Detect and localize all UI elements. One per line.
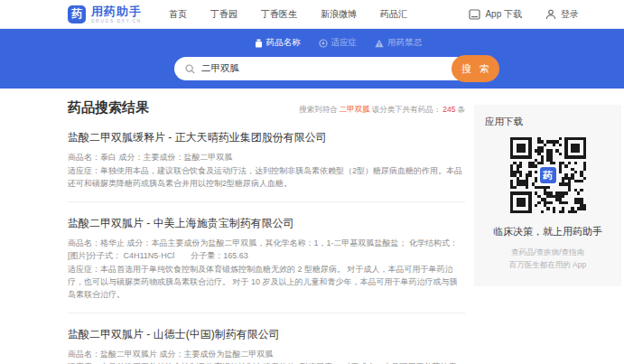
app-download-card: 应用下载 药 临床决策，就上用药助手 查药品/查疾病/查指南 百万医生都在用的 … <box>474 105 621 286</box>
result-meta: 商品名：格华止 成分：本品主要成份为盐酸二甲双胍，其化学名称：1，1-二甲基双胍… <box>68 238 465 263</box>
result-meta: 商品名：泰白 成分：主要成份：盐酸二甲双胍 <box>68 152 465 164</box>
results-column: 药品搜索结果 搜索到符合二甲双胍该分类下共有药品：245条 盐酸二甲双胍缓释片 … <box>68 99 465 364</box>
app-slogan: 临床决策，就上用药助手 <box>485 225 610 238</box>
app-desc-line1: 查药品/查疾病/查指南 <box>485 246 610 258</box>
result-title-link[interactable]: 盐酸二甲双胍片 - 山德士(中国)制药有限公司 <box>68 327 465 342</box>
result-indication: 适应症：单独使用本品，建议联合饮食及运动疗法，达到控制非胰岛素依赖型（2型）糖尿… <box>68 165 465 191</box>
nav-item-dxy[interactable]: 丁香园 <box>210 8 237 21</box>
page-title: 药品搜索结果 <box>68 99 149 117</box>
user-icon <box>545 9 556 20</box>
tab-drug-name[interactable]: 药品名称 <box>255 37 301 49</box>
nav-item-dxy-doctor[interactable]: 丁香医生 <box>261 8 297 21</box>
search-icon <box>185 64 195 74</box>
device-icon <box>469 9 480 20</box>
search-input[interactable] <box>201 63 427 74</box>
login-link[interactable]: 登录 <box>545 8 579 21</box>
search-banner: 药品名称 适应症 用药禁忌 搜 索 <box>0 29 624 89</box>
search-keyword-highlight: 二甲双胍 <box>340 105 370 114</box>
result-indication: 适应症：本品首选用于单纯饮食控制及体育锻炼控制血糖无效的 2 型糖尿病。 对于成… <box>68 264 465 302</box>
result-item: 盐酸二甲双胍缓释片 - 正大天晴药业集团股份有限公司 商品名：泰白 成分：主要成… <box>68 117 465 202</box>
main-nav: 首页 丁香园 丁香医生 新浪微博 药品汇 <box>169 8 407 21</box>
content-area: 药品搜索结果 搜索到符合二甲双胍该分类下共有药品：245条 盐酸二甲双胍缓释片 … <box>0 89 624 364</box>
login-label: 登录 <box>561 8 579 21</box>
target-icon <box>319 39 328 48</box>
result-item: 盐酸二甲双胍片 - 中美上海施贵宝制药有限公司 商品名：格华止 成分：本品主要成… <box>68 202 465 313</box>
sidebar: 应用下载 药 临床决策，就上用药助手 查药品/查疾病/查指南 百万医生都在用的 … <box>474 99 621 364</box>
results-count: 245 <box>442 105 455 114</box>
pill-bottle-icon <box>255 39 263 48</box>
app-download-link[interactable]: App 下载 <box>469 8 522 21</box>
logo-domain: DRUGS.DXY.CN <box>91 19 142 23</box>
qr-center-logo-icon: 药 <box>538 165 558 185</box>
search-bar <box>174 57 492 80</box>
result-meta: 商品名：盐酸二甲双胍片 成分：主要成份为盐酸二甲双胍 <box>68 349 465 361</box>
nav-item-weibo[interactable]: 新浪微博 <box>321 8 357 21</box>
warning-triangle-icon <box>375 39 384 48</box>
nav-item-home[interactable]: 首页 <box>169 8 187 21</box>
result-title-link[interactable]: 盐酸二甲双胍片 - 中美上海施贵宝制药有限公司 <box>68 216 465 231</box>
site-logo[interactable]: 药 用药助手 DRUGS.DXY.CN <box>68 5 142 23</box>
tab-indication[interactable]: 适应症 <box>319 37 358 49</box>
top-header: 药 用药助手 DRUGS.DXY.CN 首页 丁香园 丁香医生 新浪微博 药品汇… <box>0 0 624 29</box>
result-title-link[interactable]: 盐酸二甲双胍缓释片 - 正大天晴药业集团股份有限公司 <box>68 130 465 145</box>
logo-name: 用药助手 <box>91 5 142 17</box>
logo-badge-icon: 药 <box>68 5 86 23</box>
app-card-title: 应用下载 <box>485 116 610 128</box>
app-download-label: App 下载 <box>485 8 522 21</box>
search-type-tabs: 药品名称 适应症 用药禁忌 <box>26 37 624 49</box>
results-summary: 搜索到符合二甲双胍该分类下共有药品：245条 <box>299 105 465 116</box>
search-button[interactable]: 搜 索 <box>452 55 499 82</box>
app-desc-line2: 百万医生都在用的 App <box>485 258 610 271</box>
nav-item-drug-hub[interactable]: 药品汇 <box>380 8 407 21</box>
tab-contraindication[interactable]: 用药禁忌 <box>375 37 422 49</box>
result-item: 盐酸二甲双胍片 - 山德士(中国)制药有限公司 商品名：盐酸二甲双胍片 成分：主… <box>68 313 465 364</box>
